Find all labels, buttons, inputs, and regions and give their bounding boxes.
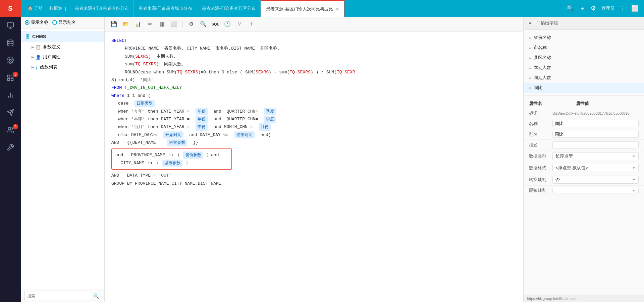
sidebar-tools[interactable] [0,139,21,156]
field-current-label: 本期人数 [534,65,551,71]
left-panel-header: 显示名称 显示别名 [21,17,104,28]
param-season-1[interactable]: 季度 [264,108,276,115]
collapse-icon[interactable]: ▾ [529,21,531,26]
tab-city[interactable]: 患者来源-门诊患者城市分布 [134,0,197,17]
field-province-label: 省份名称 [534,35,551,41]
sidebar-settings[interactable] [0,52,21,69]
tree-func-label: 函数列表 [40,64,57,70]
toolbar-table[interactable]: 📊 [133,19,143,29]
header-add-icon[interactable]: ＋ [579,4,585,12]
tree-param-def[interactable]: ▶ 📋 参数定义 [28,42,104,52]
radio-show-name[interactable]: 显示名称 [25,19,48,25]
toolbar-add[interactable]: ＋ [247,19,257,29]
field-current[interactable]: ≡ 本期人数 [524,63,644,73]
sidebar-message[interactable] [0,104,21,121]
svg-point-4 [9,59,11,61]
param-city[interactable]: 城市参数 [162,160,182,167]
prop-alias-input[interactable] [552,131,639,138]
sql-line-when2: when '本季' then DATE_YEAR = 年份 and QUARTE… [118,115,517,123]
tab-district[interactable]: 患者来源-门诊患者县区分布 [197,0,261,17]
tree-user-attr[interactable]: ▶ 👤 用户属性 [28,52,104,62]
right-panel: ▾ 📄 输出字段 ≡ 省份名称 ≡ 市名称 ≡ 县区名称 ≡ [523,17,644,302]
db-item[interactable]: 🗄 CHMS [21,31,104,42]
field-yoy[interactable]: ≡ 同比 [524,83,644,93]
left-panel: 显示名称 显示别名 🗄 CHMS ▶ 📋 参数 [21,17,105,302]
prop-datatype: 数据类型 长浮点型 ▼ [524,150,644,162]
field-doc-icon-5: ≡ [529,76,531,80]
output-fields-title: 输出字段 [541,20,558,26]
param-season-2[interactable]: 季度 [264,116,276,123]
header-search-icon[interactable]: 🔍 [567,5,574,12]
field-district[interactable]: ≡ 县区名称 [524,53,644,63]
toolbar-clock[interactable]: 🕐 [222,19,232,29]
tab-close-button[interactable]: ✕ [336,7,339,11]
tree-arrow-func: ▶ [32,65,34,69]
toolbar-search[interactable]: 🔍 [198,19,208,29]
prop-desc-input[interactable] [552,141,639,148]
sql-line-groupby: GROUP BY PROVINCE_NAME,CITY_NAME,DIST_NA… [111,180,517,187]
tree-search-button[interactable]: 🔍 [91,293,101,299]
toolbar-edit[interactable]: ✏ [145,19,155,29]
prop-desc: 描述 [524,140,644,150]
prop-id-value: BizViewOutField.l8a80205d0177fc5cfc5cc08… [552,111,639,115]
nav-dataset[interactable]: 数据集 [49,5,62,11]
toolbar-sql[interactable]: SQL [210,19,220,29]
toolbar-grid[interactable]: ▦ [157,19,167,29]
param-province[interactable]: 省份参数 [183,152,203,159]
toolbar-save[interactable]: 💾 [109,19,119,29]
prop-format-select[interactable]: <浮点型-默认值> ▼ [552,164,639,172]
nav-home[interactable]: 🏠 导航 [28,5,43,11]
admin-label[interactable]: 管理员 [601,5,614,11]
sql-toolbar: 💾 📂 📊 ✏ ▦ ⬜ ⚙ 🔍 SQL 🕐 ⑂ ＋ [105,17,523,32]
param-dept[interactable]: 科室参数 [167,139,187,146]
svg-point-3 [8,40,13,42]
param-month[interactable]: 月份 [259,123,271,131]
sidebar-dashboard[interactable]: 5 [0,69,21,86]
radio-show-alias[interactable]: 显示别名 [52,19,76,25]
prop-transform: 转换规则 否 ▼ [524,174,644,186]
field-same-period[interactable]: ≡ 同期人数 [524,73,644,83]
field-city[interactable]: ≡ 市名称 [524,43,644,53]
sidebar-database[interactable] [0,34,21,52]
param-year-2[interactable]: 年份 [196,116,208,123]
tree-children: ▶ 📋 参数定义 ▶ 👤 用户属性 ▶ ƒ 函数列表 [21,42,104,72]
prop-datatype-select[interactable]: 长浮点型 ▼ [552,152,639,160]
toolbar-load[interactable]: 📂 [121,19,131,29]
sql-line-from: FROM T_DWV_IN_OUT_HZFX_HZLY [111,84,517,92]
tab-active[interactable]: 患者来源-县区门诊人次同比与占比 ✕ [261,0,344,17]
toolbar-branch[interactable]: ⑂ [234,19,245,29]
field-province[interactable]: ≡ 省份名称 [524,33,644,43]
tree-user-label: 用户属性 [43,54,60,60]
tab-province[interactable]: 患者来源-门诊患者省份分布 [70,0,133,17]
param-year-3[interactable]: 年份 [196,123,208,131]
param-year-1[interactable]: 年份 [196,108,208,115]
sidebar-monitor[interactable] [0,17,21,34]
prop-desc-label: 描述 [529,142,552,148]
left-panel-search: 🔍 [21,290,104,302]
prop-desensitize-select[interactable]: ▼ [552,188,639,193]
sql-editor[interactable]: SELECT PROVINCE_NAME 省份名称, CITY_NAME 市名称… [105,32,523,302]
param-start-time[interactable]: 开始时间 [163,131,183,139]
url-text: https://bizgroup.intellisuite.cn/... [527,297,578,301]
field-city-label: 市名称 [534,45,547,51]
param-date-type[interactable]: 日期类型 [135,100,155,107]
content-row: 显示名称 显示别名 🗄 CHMS ▶ 📋 参数 [21,17,644,302]
svg-rect-0 [7,23,13,27]
highlight-box: and PROVINCE_NAME in （ 省份参数 ）and CITY_NA… [111,148,232,170]
tree-func-list[interactable]: ▶ ƒ 函数列表 [28,62,104,72]
svg-point-14 [8,127,11,130]
prop-name-input[interactable] [552,120,639,127]
header-more-icon[interactable]: ⋮ [620,5,626,12]
sidebar-users[interactable]: 2 [0,121,21,139]
param-end-time[interactable]: 结束时间 [234,131,255,139]
tree-search-input[interactable] [24,292,91,300]
prop-transform-select[interactable]: 否 ▼ [552,176,639,184]
toolbar-export[interactable]: ⬜ [169,19,179,29]
app-logo: S [0,0,21,17]
header-user-settings-icon[interactable]: ⚙ [591,5,596,12]
toolbar-settings[interactable]: ⚙ [186,19,196,29]
field-same-period-label: 同期人数 [534,75,551,81]
header-expand-icon[interactable]: ⬜ [631,5,639,12]
breadcrumb: 🏠 导航 | 数据集 | [26,5,67,11]
sidebar-chart[interactable] [0,86,21,104]
